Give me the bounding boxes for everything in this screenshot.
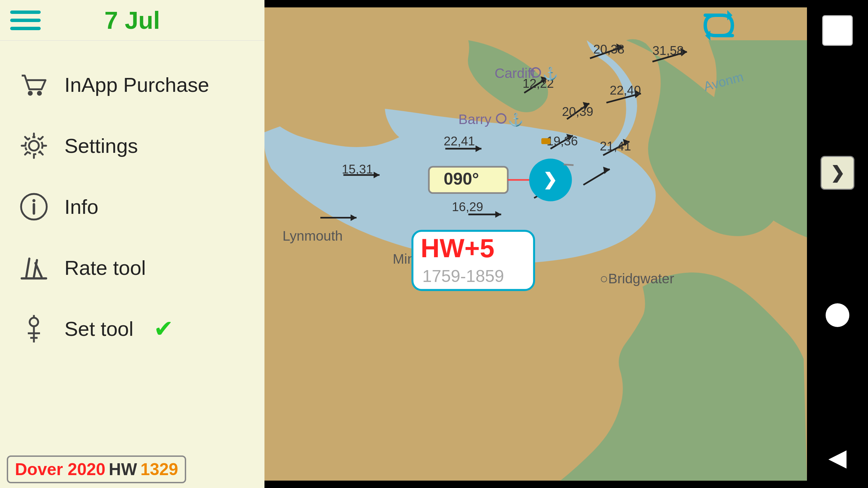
menu-item-info[interactable]: Info <box>0 176 264 237</box>
svg-line-7 <box>26 259 29 277</box>
cart-icon <box>17 68 51 102</box>
svg-point-0 <box>28 91 33 96</box>
menu-item-set-tool[interactable]: Set tool ✔ <box>0 298 264 359</box>
back-button[interactable]: ◀ <box>821 441 854 474</box>
svg-text:⚓: ⚓ <box>542 66 558 81</box>
menu-label-rate-tool: Rate tool <box>64 256 146 280</box>
svg-text:15,31: 15,31 <box>342 162 373 176</box>
svg-text:22,41: 22,41 <box>443 134 475 148</box>
svg-point-11 <box>29 318 38 326</box>
svg-point-2 <box>29 141 39 151</box>
stop-button[interactable] <box>821 14 854 47</box>
menu-item-rate-tool[interactable]: Rate tool <box>0 237 264 298</box>
svg-text:○Bridgwater: ○Bridgwater <box>600 271 674 286</box>
svg-line-73 <box>564 164 573 165</box>
svg-text:21,41: 21,41 <box>600 139 631 153</box>
svg-text:31,58: 31,58 <box>652 44 684 58</box>
svg-point-1 <box>37 91 42 96</box>
menu-item-settings[interactable]: Settings <box>0 115 264 176</box>
hamburger-button[interactable] <box>10 11 41 30</box>
hw-label: HW <box>109 460 137 479</box>
right-panel: ❯ ◀ <box>807 0 868 488</box>
svg-text:HW+5: HW+5 <box>421 233 495 263</box>
svg-text:19,36: 19,36 <box>547 134 578 148</box>
menu-label-settings: Settings <box>64 134 138 158</box>
sidebar: 7 Jul InApp Purchase <box>0 0 264 488</box>
menu-label-info: Info <box>64 195 98 219</box>
set-icon <box>17 312 51 346</box>
svg-text:22,40: 22,40 <box>610 83 641 97</box>
refresh-button[interactable] <box>698 5 739 47</box>
next-button[interactable]: ❯ <box>821 156 854 190</box>
gear-icon <box>17 129 51 163</box>
svg-rect-72 <box>541 138 550 144</box>
date-title: 7 Jul <box>104 6 160 34</box>
svg-text:1759-1859: 1759-1859 <box>422 266 504 286</box>
svg-line-9 <box>36 263 42 277</box>
rate-icon <box>17 251 51 285</box>
menu-label-set-tool: Set tool <box>64 317 133 341</box>
menu-item-inapp[interactable]: InApp Purchase <box>0 54 264 115</box>
menu-label-inapp: InApp Purchase <box>64 73 209 97</box>
dover-badge: Dover 2020 HW 1329 <box>7 455 186 483</box>
svg-text:20,38: 20,38 <box>593 42 625 56</box>
map-container[interactable]: 20,38 31,58 22,40 12,22 20,39 22,41 19,3… <box>264 0 807 488</box>
header: 7 Jul <box>0 0 264 41</box>
map-svg: 20,38 31,58 22,40 12,22 20,39 22,41 19,3… <box>264 0 807 488</box>
svg-point-6 <box>33 199 36 202</box>
dover-label: Dover 2020 <box>15 460 105 479</box>
set-tool-checkmark: ✔ <box>154 315 174 343</box>
info-icon <box>17 190 51 224</box>
svg-text:16,29: 16,29 <box>452 200 483 214</box>
svg-text:Barry: Barry <box>458 111 492 127</box>
hw-time: 1329 <box>140 460 178 479</box>
svg-text:Lynmouth: Lynmouth <box>282 228 342 244</box>
svg-text:⚓: ⚓ <box>508 112 524 127</box>
svg-text:Cardiff: Cardiff <box>495 65 535 81</box>
svg-text:20,39: 20,39 <box>562 105 593 119</box>
svg-text:090°: 090° <box>443 169 479 188</box>
sidebar-menu: InApp Purchase Settings <box>0 41 264 451</box>
scroll-indicator <box>821 298 854 332</box>
svg-text:❯: ❯ <box>543 170 557 190</box>
main-container: 7 Jul InApp Purchase <box>0 0 868 488</box>
bottom-status-bar: Dover 2020 HW 1329 <box>0 451 264 488</box>
